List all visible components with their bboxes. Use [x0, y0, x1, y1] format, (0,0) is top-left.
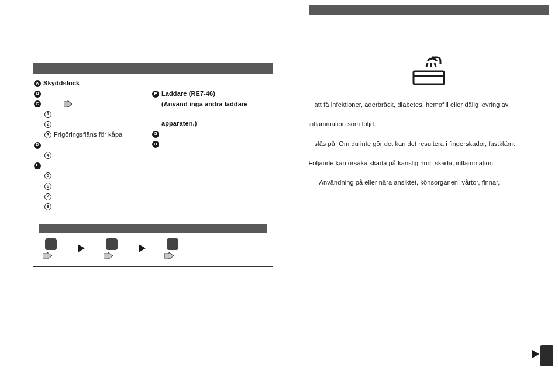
part-h: H [152, 139, 273, 150]
part-f: FLaddare (RE7-46) [152, 89, 273, 99]
svg-line-6 [426, 63, 428, 67]
part-c1: 1 [44, 109, 151, 120]
svg-marker-0 [64, 100, 72, 107]
svg-marker-5 [164, 252, 174, 259]
arrow-right-icon [164, 252, 174, 259]
svg-rect-9 [414, 71, 444, 84]
part-c2: 2 [44, 119, 151, 130]
steps-bar [39, 224, 267, 233]
svg-marker-3 [104, 252, 113, 259]
shower-bath-icon [309, 54, 549, 88]
steps-box [33, 218, 273, 267]
part-f-line3: apparaten.) [152, 119, 273, 129]
arrow-right-icon [64, 100, 72, 107]
part-e: E [34, 161, 151, 171]
part-d: D [34, 140, 151, 151]
part-f-line2: (Använd inga andra laddare [152, 99, 273, 110]
triangle-icon [139, 244, 146, 254]
section-bar-left [33, 63, 273, 74]
left-column: ASkyddslock B C 1 2 3Frigöringsfläns för… [33, 5, 273, 383]
page-next-icon [532, 350, 539, 359]
part-e6: 6 [44, 181, 151, 192]
arrow-right-icon [104, 252, 113, 259]
svg-marker-11 [532, 350, 539, 358]
page-tab [540, 345, 553, 366]
text-p1: att få infektioner, åderbråck, diabetes,… [315, 99, 549, 110]
text-p4: Följande kan orsaka skada på känslig hud… [309, 158, 549, 169]
part-c3: 3Frigöringsfläns för kåpa [44, 130, 151, 140]
column-divider [291, 5, 291, 383]
text-p5: Användning på eller nära ansiktet, könso… [319, 177, 549, 188]
intro-box [33, 5, 273, 58]
section-bar-right [309, 5, 549, 15]
svg-marker-2 [78, 244, 85, 252]
step-2 [100, 238, 123, 259]
parts-list: ASkyddslock B C 1 2 3Frigöringsfläns för… [33, 78, 273, 212]
text-p2: inflammation som följd. [309, 119, 549, 130]
part-e7: 7 [44, 192, 151, 202]
arrow-right-icon [43, 252, 52, 259]
text-p3: slås på. Om du inte gör det kan det resu… [315, 138, 549, 150]
body-text: att få infektioner, åderbråck, diabetes,… [309, 99, 549, 196]
part-e8: 8 [44, 202, 151, 212]
right-column: att få infektioner, åderbråck, diabetes,… [309, 5, 549, 383]
part-a: ASkyddslock [34, 78, 151, 89]
svg-marker-1 [43, 252, 52, 259]
part-g: G [152, 129, 273, 140]
part-b: B [34, 89, 151, 99]
svg-marker-4 [139, 244, 146, 252]
part-c: C [34, 99, 151, 109]
step-3 [161, 238, 184, 259]
triangle-icon [78, 244, 85, 254]
part-d4: 4 [44, 150, 151, 161]
step-1 [39, 238, 63, 259]
part-e5: 5 [44, 171, 151, 181]
svg-line-8 [435, 63, 436, 67]
